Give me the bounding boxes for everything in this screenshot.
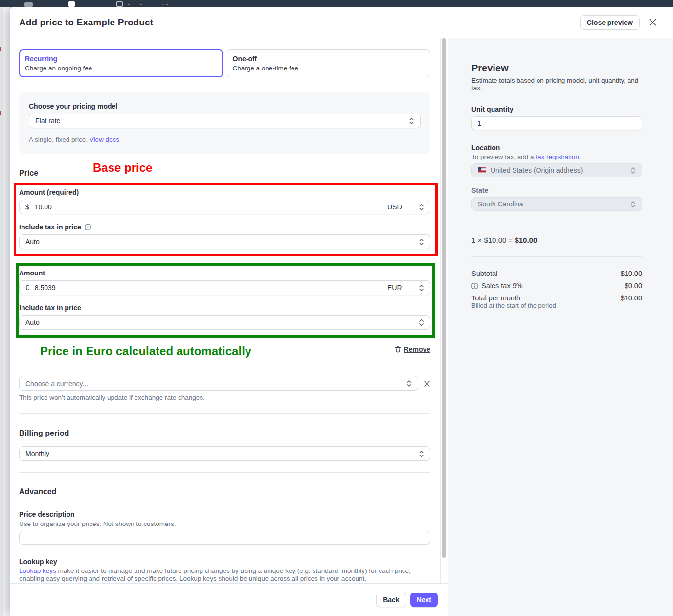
form-footer: Back Next	[10, 583, 448, 616]
topbar-icon-fragment	[24, 2, 33, 7]
price-heading: Price	[19, 169, 430, 178]
topbar-dot	[128, 4, 130, 5]
annotation-base-price: Base price	[93, 161, 152, 175]
recurring-card[interactable]: Recurring Charge an ongoing fee	[19, 49, 223, 77]
euro-annotation-row: Price in Euro calculated automatically R…	[19, 344, 430, 358]
scrollbar-track[interactable]	[441, 38, 448, 583]
remove-currency-link[interactable]: Remove	[395, 345, 430, 353]
topbar-dot	[162, 4, 163, 5]
base-currency-select[interactable]: USD	[381, 200, 430, 214]
euro-currency-code: EUR	[387, 284, 402, 292]
chevron-updown-icon	[419, 319, 424, 326]
browser-topbar	[0, 0, 673, 7]
clear-icon	[424, 380, 430, 387]
base-amount-input-wrap: $	[19, 200, 381, 214]
totals-section: Subtotal $10.00 Sales tax 9% $0.00	[471, 270, 642, 309]
chevron-updown-icon	[409, 117, 414, 125]
euro-tax-select[interactable]: Auto	[19, 315, 430, 330]
next-button[interactable]: Next	[410, 593, 438, 607]
base-amount-input[interactable]	[35, 203, 375, 211]
info-icon[interactable]	[85, 224, 91, 230]
dollar-symbol: $	[25, 203, 29, 211]
base-tax-value: Auto	[25, 238, 40, 246]
price-type-cards: Recurring Charge an ongoing fee One-off …	[19, 49, 430, 77]
chevron-updown-icon	[419, 284, 424, 292]
annotation-red-box: Amount (required) $ USD	[14, 183, 438, 256]
location-help-suffix: .	[579, 153, 581, 160]
base-amount-group: $ USD	[19, 200, 430, 214]
price-description-label: Price description	[19, 510, 430, 518]
include-tax-label: Include tax in price	[19, 223, 430, 231]
billing-period-select[interactable]: Monthly	[19, 446, 430, 461]
divider	[471, 256, 642, 257]
preview-panel: Preview Estimate totals based on pricing…	[448, 38, 673, 616]
pricing-model-select[interactable]: Flat rate	[29, 114, 421, 128]
chevron-updown-icon	[406, 380, 412, 387]
euro-symbol: €	[25, 284, 29, 292]
divider	[471, 224, 642, 224]
pricing-model-label: Choose your pricing model	[29, 102, 421, 110]
billing-period-heading: Billing period	[19, 429, 430, 438]
one-off-card-description: Charge a one-time fee	[233, 65, 425, 72]
preview-subtitle: Estimate totals based on pricing model, …	[471, 77, 642, 91]
billing-period-value: Monthly	[25, 450, 49, 457]
modal-body: Recurring Charge an ongoing fee One-off …	[10, 38, 673, 616]
screen: Add price to Example Product Close previ…	[0, 0, 673, 616]
lookup-keys-link[interactable]: Lookup keys	[19, 567, 56, 574]
price-description-help: Use to organize your prices. Not shown t…	[19, 520, 430, 528]
subtotal-row: Subtotal $10.00	[471, 270, 642, 277]
divider	[19, 413, 430, 414]
amount-required-label: Amount (required)	[19, 188, 430, 196]
euro-amount-input[interactable]	[35, 284, 375, 292]
modal-header: Add price to Example Product Close previ…	[10, 7, 673, 38]
choose-currency-select[interactable]: Choose a currency...	[19, 376, 418, 391]
chevron-updown-icon	[419, 238, 424, 246]
us-flag-icon	[478, 167, 486, 173]
trash-icon	[395, 346, 401, 353]
total-value: $10.00	[621, 294, 642, 302]
calculation-total: $10.00	[515, 236, 537, 244]
location-label: Location	[471, 144, 642, 152]
subtotal-value: $10.00	[621, 270, 642, 277]
scrollbar-thumb[interactable]	[442, 38, 446, 558]
calculation-prefix: 1 × $10.00 =	[471, 236, 515, 244]
advanced-heading: Advanced	[19, 487, 430, 496]
price-description-input[interactable]	[19, 531, 430, 545]
background-page-sliver	[3, 7, 10, 616]
euro-amount-group: € EUR	[19, 280, 430, 295]
include-tax-label-2: Include tax in price	[19, 304, 430, 312]
back-button[interactable]: Back	[376, 593, 406, 607]
topbar-dot	[166, 4, 168, 5]
annotation-green-box: Amount € EUR	[16, 263, 435, 338]
close-modal-button[interactable]	[649, 18, 657, 26]
view-docs-link[interactable]: View docs	[90, 136, 119, 143]
divider	[19, 365, 430, 365]
chevron-updown-icon	[630, 167, 636, 174]
base-tax-select[interactable]: Auto	[19, 234, 430, 249]
sales-tax-label: Sales tax 9%	[481, 282, 523, 290]
euro-amount-input-wrap: €	[19, 280, 381, 295]
annotation-euro-text: Price in Euro calculated automatically	[40, 344, 251, 358]
include-tax-label-text: Include tax in price	[19, 223, 81, 231]
background-text-fragment	[0, 111, 1, 115]
tax-registration-link[interactable]: tax registration	[536, 153, 579, 160]
form-scroll-wrap: Recurring Charge an ongoing fee One-off …	[10, 38, 448, 583]
recurring-card-title: Recurring	[25, 55, 217, 63]
country-value: United States (Origin address)	[491, 166, 583, 174]
clear-currency-button[interactable]	[424, 380, 430, 387]
unit-quantity-input[interactable]	[471, 116, 642, 130]
location-help: To preview tax, add a tax registration.	[471, 153, 642, 160]
one-off-card[interactable]: One-off Charge a one-time fee	[227, 49, 431, 77]
unit-quantity-label: Unit quantity	[471, 105, 642, 113]
info-icon[interactable]	[471, 283, 478, 289]
calculation-line: 1 × $10.00 = $10.00	[471, 236, 642, 244]
chevron-updown-icon	[419, 450, 424, 457]
close-preview-button[interactable]: Close preview	[580, 15, 640, 30]
pricing-model-help: A single, fixed price. View docs	[29, 136, 421, 144]
sales-tax-value: $0.00	[625, 282, 642, 290]
modal-title: Add price to Example Product	[19, 17, 153, 28]
euro-currency-select[interactable]: EUR	[381, 280, 430, 295]
chevron-updown-icon	[630, 201, 636, 208]
country-select: United States (Origin address)	[471, 163, 642, 177]
topbar-icon-fragment	[116, 1, 123, 7]
